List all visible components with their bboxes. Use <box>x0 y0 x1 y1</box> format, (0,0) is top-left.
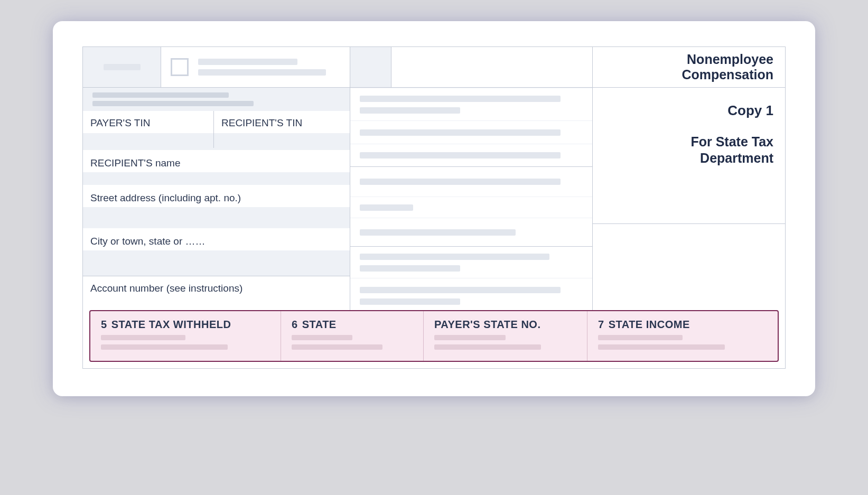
mid-placeholder-3 <box>350 144 592 167</box>
street-label: Street address (including apt. no.) <box>83 185 350 207</box>
copy-label: Copy 1 <box>727 102 773 119</box>
form-upper: PAYER'S TIN RECIPIENT'S TIN RECIPIENT'S … <box>83 47 785 313</box>
recipient-name-label: RECIPIENT'S name <box>83 150 350 172</box>
form-title-line2: Compensation <box>682 67 773 82</box>
box-7-number: 7 <box>598 319 604 330</box>
recipient-tin-cell: RECIPIENT'S TIN <box>214 111 350 148</box>
mid-placeholder-8 <box>350 278 592 313</box>
payer-tin-label: PAYER'S TIN <box>90 117 206 129</box>
form-left-column: PAYER'S TIN RECIPIENT'S TIN RECIPIENT'S … <box>83 47 350 313</box>
payer-state-no-label: PAYER'S STATE NO. <box>434 319 576 331</box>
form-title-cell: Nonemployee Compensation <box>592 47 785 88</box>
payer-tin-cell: PAYER'S TIN <box>83 111 214 148</box>
dept-line1: For State Tax <box>690 134 773 150</box>
form-title-line1: Nonemployee <box>687 52 773 67</box>
recipient-tin-label: RECIPIENT'S TIN <box>221 117 342 129</box>
payer-info-placeholder <box>83 88 350 111</box>
form-1099-nec: PAYER'S TIN RECIPIENT'S TIN RECIPIENT'S … <box>82 46 786 369</box>
mid-placeholder-4 <box>350 167 592 197</box>
checkbox-icon <box>171 58 189 76</box>
form-middle-column <box>350 47 592 313</box>
placeholder-lines <box>198 59 340 76</box>
top-row-left <box>83 47 350 88</box>
blank-square <box>350 47 391 87</box>
state-info-row-highlighted: 5STATE TAX WITHHELD 6STATE PAYER'S STATE… <box>89 310 779 362</box>
mid-placeholder-5 <box>350 197 592 218</box>
mid-placeholder-1 <box>350 88 592 120</box>
copy-info-cell: Copy 1 For State Tax Department <box>592 88 785 223</box>
dept-line2: Department <box>690 150 773 166</box>
box-5-cell: 5STATE TAX WITHHELD <box>90 311 281 361</box>
form-right-column: Nonemployee Compensation Copy 1 For Stat… <box>592 47 785 313</box>
blank-wide <box>391 47 592 87</box>
checkbox-row <box>161 47 350 87</box>
mid-placeholder-7 <box>350 246 592 278</box>
account-label: Account number (see instructions) <box>83 276 350 313</box>
box-6-label: 6STATE <box>292 319 413 331</box>
box-7-label: 7STATE INCOME <box>598 319 767 331</box>
tin-row: PAYER'S TIN RECIPIENT'S TIN <box>83 111 350 148</box>
box-5-number: 5 <box>101 319 107 330</box>
box-5-label: 5STATE TAX WITHHELD <box>101 319 270 331</box>
right-blank-cell <box>592 223 785 313</box>
payer-state-no-cell: PAYER'S STATE NO. <box>423 311 587 361</box>
box-6-cell: 6STATE <box>281 311 423 361</box>
placeholder-cell <box>83 47 161 87</box>
form-card: PAYER'S TIN RECIPIENT'S TIN RECIPIENT'S … <box>53 21 815 396</box>
box-6-text: STATE <box>302 319 337 330</box>
city-label: City or town, state or …… <box>83 228 350 250</box>
box-7-text: STATE INCOME <box>609 319 690 330</box>
box-7-cell: 7STATE INCOME <box>587 311 778 361</box>
mid-top-row <box>350 47 592 88</box>
box-5-text: STATE TAX WITHHELD <box>111 319 231 330</box>
box-6-number: 6 <box>292 319 298 330</box>
mid-placeholder-6 <box>350 218 592 246</box>
mid-placeholder-2 <box>350 120 592 144</box>
